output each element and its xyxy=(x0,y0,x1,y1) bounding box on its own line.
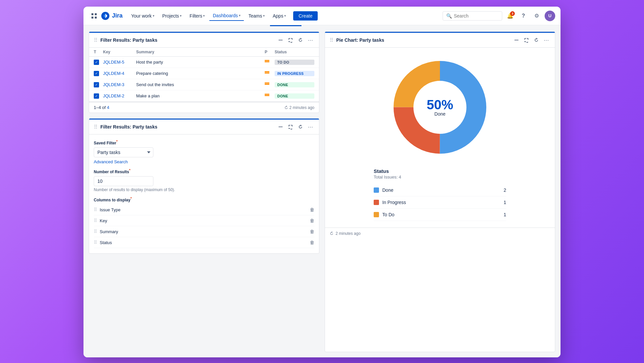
avatar[interactable]: U xyxy=(545,11,555,21)
column-delete-icon[interactable]: 🗑 xyxy=(310,229,314,234)
svg-rect-6 xyxy=(265,61,269,62)
create-button[interactable]: Create xyxy=(293,11,318,21)
col-priority: P xyxy=(265,50,275,54)
svg-rect-8 xyxy=(265,73,269,74)
column-drag-icon[interactable]: ⠿ xyxy=(94,240,97,245)
column-delete-icon[interactable]: 🗑 xyxy=(310,218,314,223)
summary-text: Send out the invites xyxy=(136,82,265,87)
status-badge: IN PROGRESS xyxy=(275,71,314,76)
legend-item-todo: To Do 1 xyxy=(374,209,506,221)
issue-key-link[interactable]: JQLDEM-3 xyxy=(103,82,136,87)
expand-icon[interactable] xyxy=(287,36,295,44)
columns-section: Columns to display* ⠿ Issue Type 🗑 ⠿ Key… xyxy=(94,197,314,248)
collapse-icon[interactable] xyxy=(277,36,285,44)
num-results-input[interactable] xyxy=(94,176,153,186)
issue-type-icon xyxy=(94,93,103,99)
donut-center: 50% Done xyxy=(427,98,453,117)
status-badge: TO DO xyxy=(275,60,314,65)
search-input[interactable] xyxy=(454,13,497,19)
col-type: T xyxy=(94,50,103,54)
collapse-2-icon[interactable] xyxy=(277,123,285,131)
num-results-section: Number of Results* Number of results to … xyxy=(94,169,314,192)
refresh-2-icon[interactable] xyxy=(296,123,304,131)
saved-filter-select[interactable]: Party tasks xyxy=(94,147,153,157)
summary-text: Make a plan xyxy=(136,93,265,98)
svg-rect-13 xyxy=(279,127,283,127)
svg-rect-10 xyxy=(265,84,269,85)
chevron-projects-icon: ▾ xyxy=(180,14,182,18)
svg-rect-11 xyxy=(265,94,269,95)
legend-count-todo: 1 xyxy=(504,212,506,217)
chevron-filters-icon: ▾ xyxy=(203,14,205,18)
drag-handle-icon[interactable]: ⠿ xyxy=(94,37,98,43)
nav-item-projects[interactable]: Projects ▾ xyxy=(159,11,185,21)
settings-button[interactable]: ⚙ xyxy=(531,11,542,21)
refresh-icon[interactable] xyxy=(296,36,304,44)
svg-rect-3 xyxy=(95,17,97,19)
refresh-pie-icon[interactable] xyxy=(532,36,540,44)
issue-key-link[interactable]: JQLDEM-5 xyxy=(103,60,136,65)
filter-config-panel-2: ⠿ Filter Results: Party tasks ⋯ xyxy=(89,118,319,254)
pagination-total[interactable]: 4 xyxy=(107,105,109,110)
more-options-icon[interactable]: ⋯ xyxy=(306,36,314,44)
drag-handle-pie-icon[interactable]: ⠿ xyxy=(330,37,334,43)
pie-refresh-time: 2 minutes ago xyxy=(336,231,360,236)
search-box[interactable]: 🔍 xyxy=(443,11,502,21)
advanced-search-link[interactable]: Advanced Search xyxy=(94,159,128,164)
donut-chart: 50% Done xyxy=(387,54,493,160)
filter-panel-2-title: Filter Results: Party tasks xyxy=(100,124,274,130)
list-item: ⠿ Issue Type 🗑 xyxy=(94,204,314,215)
panel-2-actions: ⋯ xyxy=(277,123,314,131)
navbar: Jira Your work ▾ Projects ▾ Filters ▾ Da… xyxy=(83,7,561,25)
column-drag-icon[interactable]: ⠿ xyxy=(94,218,97,223)
svg-rect-12 xyxy=(265,95,269,96)
drag-handle-icon-2[interactable]: ⠿ xyxy=(94,124,98,130)
expand-2-icon[interactable] xyxy=(287,123,295,131)
left-column: ⠿ Filter Results: Party tasks ⋯ xyxy=(89,31,319,352)
nav-item-filters[interactable]: Filters ▾ xyxy=(186,11,208,21)
column-name: Key xyxy=(100,218,307,223)
svg-rect-9 xyxy=(265,82,269,83)
nav-item-dashboards[interactable]: Dashboards ▾ xyxy=(209,11,244,21)
refresh-time: 2 minutes ago xyxy=(284,105,314,110)
expand-pie-icon[interactable] xyxy=(522,36,530,44)
right-column: ⠿ Pie Chart: Party tasks ⋯ xyxy=(325,31,555,352)
help-button[interactable]: ? xyxy=(518,11,529,21)
nav-item-teams[interactable]: Teams ▾ xyxy=(245,11,268,21)
issue-key-link[interactable]: JQLDEM-2 xyxy=(103,93,136,98)
gear-icon: ⚙ xyxy=(534,13,539,19)
column-delete-icon[interactable]: 🗑 xyxy=(310,207,314,212)
grid-menu-button[interactable] xyxy=(89,11,99,21)
pie-chart-panel: ⠿ Pie Chart: Party tasks ⋯ xyxy=(325,31,555,352)
legend-count-inprogress: 1 xyxy=(504,200,506,205)
more-2-icon[interactable]: ⋯ xyxy=(306,123,314,131)
navbar-left: Jira Your work ▾ Projects ▾ Filters ▾ Da… xyxy=(89,11,440,21)
nav-item-your-work[interactable]: Your work ▾ xyxy=(128,11,158,21)
main-content: ⠿ Filter Results: Party tasks ⋯ xyxy=(83,26,561,357)
legend-title: Status xyxy=(374,168,506,174)
more-pie-icon[interactable]: ⋯ xyxy=(542,36,550,44)
column-name: Status xyxy=(100,240,307,245)
column-delete-icon[interactable]: 🗑 xyxy=(310,240,314,245)
column-drag-icon[interactable]: ⠿ xyxy=(94,207,97,212)
column-drag-icon[interactable]: ⠿ xyxy=(94,229,97,234)
issue-key-link[interactable]: JQLDEM-4 xyxy=(103,71,136,76)
chevron-apps-icon: ▾ xyxy=(284,14,286,18)
saved-filter-label: Saved Filter* xyxy=(94,140,314,145)
config-body: Saved Filter* Party tasks Advanced Searc… xyxy=(89,134,319,253)
pie-panel-actions: ⋯ xyxy=(512,36,550,44)
legend-name-done: Done xyxy=(382,187,500,193)
jira-logo[interactable]: Jira xyxy=(101,11,123,21)
table-row: JQLDEM-5 Host the party TO DO xyxy=(89,57,319,68)
help-icon: ? xyxy=(522,13,525,19)
list-item: ⠿ Status 🗑 xyxy=(94,237,314,248)
issue-type-icon xyxy=(94,71,103,76)
browser-window: Jira Your work ▾ Projects ▾ Filters ▾ Da… xyxy=(83,7,561,357)
col-status: Status xyxy=(275,50,314,54)
notifications-button[interactable]: 🔔 3 xyxy=(505,11,515,21)
filter-panel-2-header: ⠿ Filter Results: Party tasks ⋯ xyxy=(89,120,319,134)
column-name: Issue Type xyxy=(100,207,307,212)
nav-item-apps[interactable]: Apps ▾ xyxy=(269,11,289,21)
collapse-pie-icon[interactable] xyxy=(512,36,520,44)
filter-table-header: T Key Summary P Status xyxy=(89,48,319,57)
